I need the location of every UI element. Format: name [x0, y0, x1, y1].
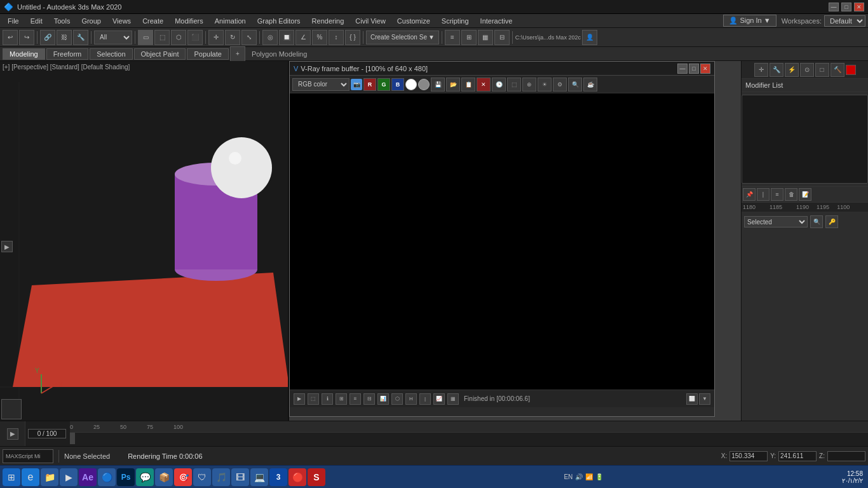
timeline-body[interactable] [70, 433, 868, 446]
taskbar-media-icon[interactable]: ▶ [60, 468, 78, 486]
utilities-panel-button[interactable]: 🔨 [831, 63, 844, 77]
link-button[interactable]: 🔗 [40, 30, 55, 45]
trash-button[interactable]: 🗑 [785, 188, 797, 201]
pixel-info-button[interactable]: ⊕ [522, 78, 536, 92]
modifier-list-select[interactable] [742, 95, 868, 184]
sign-in-button[interactable]: 👤 Sign In ▼ [723, 15, 776, 27]
color-mode-select[interactable]: RGB color [292, 78, 349, 91]
taskbar-ie-icon[interactable]: e [22, 468, 39, 486]
grid-button[interactable]: ⊟ [494, 30, 510, 45]
clock-area[interactable]: 12:58 ۲۰/۱/۲/۲ [842, 470, 865, 484]
selected-dropdown[interactable]: Selected [744, 216, 808, 227]
taskbar-s-icon[interactable]: S [308, 468, 325, 486]
color-swatch[interactable] [846, 65, 856, 75]
viewport-nav-arrow[interactable]: ▶ [1, 241, 13, 252]
taskbar-ae-icon[interactable]: Ae [79, 468, 97, 486]
tab-object-paint[interactable]: Object Paint [134, 48, 186, 60]
menu-rendering[interactable]: Rendering [307, 16, 349, 26]
menu-interactive[interactable]: Interactive [475, 16, 518, 26]
status-icon-7[interactable]: 📊 [377, 393, 389, 405]
status-icon-2[interactable]: ⬚ [308, 393, 319, 405]
timeline-play-button[interactable]: ▶ [7, 428, 18, 440]
menu-animation[interactable]: Animation [210, 16, 251, 26]
compare-button[interactable]: ⬚ [507, 78, 521, 92]
menu-group[interactable]: Group [76, 16, 106, 26]
y-coord-input[interactable] [778, 451, 817, 461]
green-channel-button[interactable]: G [377, 78, 390, 91]
angle-snap-button[interactable]: ∠ [295, 30, 311, 45]
select-paint-button[interactable]: ⬛ [187, 30, 203, 45]
vray-minimize-button[interactable]: — [677, 64, 688, 74]
menu-graph-editors[interactable]: Graph Editors [252, 16, 306, 26]
status-icon-11[interactable]: 📈 [433, 393, 445, 405]
abort-button[interactable]: ✕ [477, 78, 491, 92]
minimize-button[interactable]: — [829, 3, 839, 11]
taskbar-whatsapp-icon[interactable]: 💬 [136, 468, 154, 486]
tab-extras-button[interactable]: + [230, 46, 245, 62]
undo-button[interactable]: ↩ [3, 30, 18, 45]
search-button[interactable]: 🔍 [810, 215, 823, 228]
select-region-button[interactable]: ⬚ [154, 30, 170, 45]
menu-scripting[interactable]: Scripting [437, 16, 474, 26]
unlink-button[interactable]: ⛓ [57, 30, 72, 45]
red-channel-button[interactable]: R [363, 78, 376, 91]
pin-button[interactable]: 📌 [743, 188, 756, 201]
expand-button[interactable]: ⬜ [686, 393, 698, 405]
modify-panel-button[interactable]: 🔧 [770, 63, 783, 77]
workspace-select[interactable]: Default [824, 15, 865, 27]
start-button[interactable]: ⊞ [3, 468, 20, 486]
create-selection-button[interactable]: Create Selection Se ▼ [366, 30, 439, 44]
move-button[interactable]: ✛ [208, 30, 224, 45]
key-filter-button[interactable]: 🔑 [825, 215, 838, 228]
tab-freeform[interactable]: Freeform [46, 48, 89, 60]
note-button[interactable]: 📝 [799, 188, 811, 201]
clear-button[interactable]: 📋 [461, 78, 475, 92]
tab-modeling[interactable]: Modeling [3, 48, 45, 60]
bind-button[interactable]: 🔧 [73, 30, 88, 45]
selection-filter-dropdown[interactable]: All [94, 30, 132, 44]
layers-button[interactable]: ≡ [445, 30, 460, 45]
taskbar-explorer-icon[interactable]: 📁 [41, 468, 58, 486]
display-panel-button[interactable]: □ [815, 63, 829, 77]
menu-file[interactable]: File [3, 16, 24, 26]
list-button[interactable]: ≡ [771, 188, 783, 201]
taskbar-ps-icon[interactable]: Ps [117, 468, 135, 486]
close-button[interactable]: ✕ [854, 3, 864, 11]
status-icon-3[interactable]: ℹ [322, 393, 333, 405]
taskbar-mac-icon[interactable]: 💻 [250, 468, 268, 486]
status-icon-9[interactable]: H [405, 393, 417, 405]
save-image-button[interactable]: 💾 [431, 78, 445, 92]
scale-button[interactable]: ⤡ [241, 30, 257, 45]
x-coord-input[interactable] [729, 451, 768, 461]
vray-camera-icon[interactable]: 📷 [351, 79, 362, 90]
status-icon-8[interactable]: ⬡ [391, 393, 403, 405]
lens-button[interactable]: 🔍 [568, 78, 582, 92]
timeline-track[interactable]: 0 25 50 75 100 [70, 421, 868, 446]
exposure-button[interactable]: ☀ [538, 78, 552, 92]
tab-populate[interactable]: Populate [187, 48, 228, 60]
taskbar-app1-icon[interactable]: 🔵 [98, 468, 116, 486]
render-history-button[interactable]: 🕒 [492, 78, 506, 92]
taskbar-3dsmax-icon[interactable]: 3 [269, 468, 287, 486]
select-lasso-button[interactable]: ⬡ [171, 30, 186, 45]
rotate-button[interactable]: ↻ [225, 30, 240, 45]
taskbar-video-icon[interactable]: 🎞 [231, 468, 249, 486]
status-icon-12[interactable]: ▦ [447, 393, 459, 405]
toggle-button[interactable]: ▦ [478, 30, 493, 45]
taskbar-target-icon[interactable]: 🎯 [174, 468, 192, 486]
menu-edit[interactable]: Edit [25, 16, 48, 26]
z-coord-input[interactable] [827, 451, 865, 461]
maxscript-area[interactable]: MAXScript Mi [3, 449, 53, 463]
viewport[interactable]: [+] [Perspective] [Standard] [Default Sh… [0, 61, 289, 421]
open-image-button[interactable]: 📂 [446, 78, 460, 92]
status-icon-6[interactable]: ⊟ [363, 393, 375, 405]
vray-close-button[interactable]: ✕ [700, 64, 710, 74]
status-icon-1[interactable]: ▶ [294, 393, 305, 405]
vray-restore-button[interactable]: □ [689, 64, 699, 74]
status-icon-4[interactable]: ⊞ [336, 393, 347, 405]
display-button[interactable]: ⊞ [461, 30, 477, 45]
create-panel-button[interactable]: ✛ [754, 63, 768, 77]
gray-channel-button[interactable] [418, 79, 430, 90]
user-icon-button[interactable]: 👤 [582, 30, 597, 45]
taskbar-security-icon[interactable]: 🛡 [193, 468, 211, 486]
